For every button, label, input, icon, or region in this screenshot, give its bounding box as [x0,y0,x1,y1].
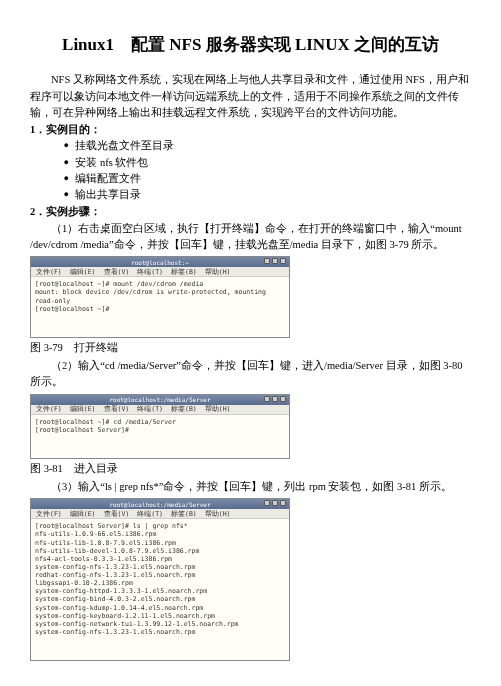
window-menubar: 文件(F) 编辑(E) 查看(V) 终端(T) 标签(B) 帮助(H) [31,509,289,519]
window-titlebar: root@localhost:/media/Server [31,395,289,405]
window-title: root@localhost:~ [131,258,189,267]
close-icon [280,500,286,506]
menu-tabs: 标签(B) [171,267,197,277]
menu-tabs: 标签(B) [171,509,197,519]
menu-view: 查看(V) [104,267,130,277]
window-titlebar: root@localhost:/media/Server [31,499,289,509]
menu-file: 文件(F) [36,404,62,414]
window-menubar: 文件(F) 编辑(E) 查看(V) 终端(T) 标签(B) 帮助(H) [31,405,289,415]
close-icon [280,258,286,264]
page-title: Linux1 配置 NFS 服务器实现 LINUX 之间的互访 [30,32,471,58]
terminal-output-2: [root@localhost ~]# cd /media/Server [ro… [31,415,289,458]
section-2-heading: 2．实例步骤： [30,204,471,220]
menu-file: 文件(F) [36,267,62,277]
menu-edit: 编辑(E) [70,404,96,414]
figure-caption-2: 图 3-81 进入目录 [30,461,471,477]
screenshot-2: root@localhost:/media/Server 文件(F) 编辑(E)… [30,394,290,459]
minimize-icon [264,396,270,402]
window-title: root@localhost:/media/Server [109,395,210,404]
menu-help: 帮助(H) [205,267,231,277]
goal-item: 输出共享目录 [64,187,471,203]
window-menubar: 文件(F) 编辑(E) 查看(V) 终端(T) 标签(B) 帮助(H) [31,267,289,277]
step-2-text: （2）输入“cd /media/Server”命令，并按【回车】键，进入/med… [30,358,471,391]
minimize-icon [264,258,270,264]
maximize-icon [272,396,278,402]
menu-help: 帮助(H) [205,404,231,414]
menu-term: 终端(T) [137,509,163,519]
menu-help: 帮助(H) [205,509,231,519]
intro-paragraph: NFS 又称网络文件系统，实现在网络上与他人共享目录和文件，通过使用 NFS，用… [30,72,471,121]
screenshot-1: root@localhost:~ 文件(F) 编辑(E) 查看(V) 终端(T)… [30,256,290,338]
window-title: root@localhost:/media/Server [109,500,210,509]
goal-item: 挂载光盘文件至目录 [64,138,471,154]
menu-view: 查看(V) [104,404,130,414]
step-1-text: （1）右击桌面空白区域，执行【打开终端】命令，在打开的终端窗口中，输入“moun… [30,221,471,254]
menu-term: 终端(T) [137,404,163,414]
close-icon [280,396,286,402]
goal-item: 编辑配置文件 [64,171,471,187]
menu-view: 查看(V) [104,509,130,519]
menu-file: 文件(F) [36,509,62,519]
figure-caption-1: 图 3-79 打开终端 [30,340,471,356]
maximize-icon [272,500,278,506]
maximize-icon [272,258,278,264]
menu-tabs: 标签(B) [171,404,197,414]
menu-edit: 编辑(E) [70,509,96,519]
menu-edit: 编辑(E) [70,267,96,277]
menu-term: 终端(T) [137,267,163,277]
terminal-output-1: [root@localhost ~]# mount /dev/cdrom /me… [31,277,289,337]
window-titlebar: root@localhost:~ [31,257,289,267]
terminal-output-3: [root@localhost Server]# ls | grep nfs* … [31,519,289,660]
goals-list: 挂载光盘文件至目录 安装 nfs 软件包 编辑配置文件 输出共享目录 [30,138,471,203]
minimize-icon [264,500,270,506]
step-3-text: （3）输入“ls | grep nfs*”命令，并按【回车】键，列出 rpm 安… [30,479,471,495]
section-1-heading: 1．实例目的： [30,122,471,138]
screenshot-3: root@localhost:/media/Server 文件(F) 编辑(E)… [30,498,290,661]
goal-item: 安装 nfs 软件包 [64,155,471,171]
